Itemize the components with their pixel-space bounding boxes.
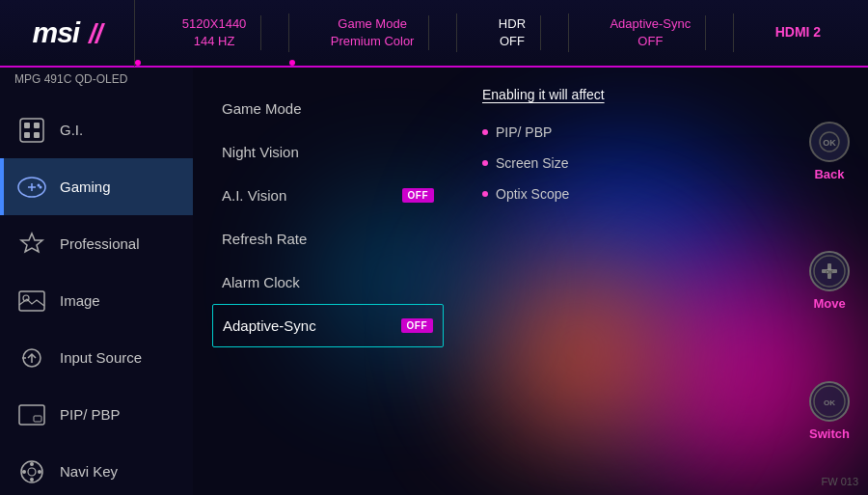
- sidebar-item-navi-key[interactable]: Navi Key: [0, 443, 193, 495]
- msi-logo-text: msi //: [32, 16, 101, 49]
- info-label-screen-size: Screen Size: [496, 155, 568, 171]
- svg-rect-1: [24, 123, 30, 128]
- switch-circle: OK: [809, 381, 850, 422]
- header-hdr: HDR OFF: [484, 15, 541, 50]
- menu-item-ai-vision[interactable]: A.I. Vision OFF: [212, 174, 444, 217]
- menu-item-refresh-rate[interactable]: Refresh Rate: [212, 217, 444, 261]
- info-title: Enabling it will affect: [482, 87, 772, 102]
- screen: msi // 5120X1440 144 HZ Game Mode Premiu…: [0, 0, 868, 495]
- header: msi // 5120X1440 144 HZ Game Mode Premiu…: [0, 0, 868, 68]
- right-controls: OK Back OK M: [791, 68, 868, 495]
- info-panel: Enabling it will affect PIP/ PBP Screen …: [463, 68, 791, 495]
- sidebar-label-pip-pbp: PIP/ PBP: [60, 406, 121, 423]
- header-sep-4: [733, 14, 734, 52]
- switch-label: Switch: [809, 426, 850, 441]
- sidebar-label-gaming: Gaming: [60, 179, 111, 195]
- sidebar-label-professional: Professional: [60, 235, 140, 252]
- monitor-label: MPG 491C QD-OLED: [14, 72, 127, 86]
- msi-wordmark: msi: [32, 16, 79, 48]
- game-mode-text: Game Mode Premium Color: [331, 15, 415, 50]
- info-label-pip-pbp: PIP/ PBP: [496, 124, 552, 140]
- info-item-optix-scope: Optix Scope: [482, 179, 772, 209]
- menu-label-ai-vision: A.I. Vision: [222, 187, 286, 204]
- svg-rect-0: [20, 119, 43, 142]
- accent-dot-2: [289, 60, 295, 66]
- move-button[interactable]: OK Move: [809, 251, 850, 311]
- gaming-icon: [14, 170, 48, 204]
- msi-logo: msi //: [0, 0, 135, 67]
- menu-item-alarm-clock[interactable]: Alarm Clock: [212, 261, 444, 304]
- header-resolution: 5120X1440 144 HZ: [168, 15, 262, 50]
- info-dot-3: [482, 191, 488, 197]
- input-source-icon: [14, 341, 48, 374]
- pip-pbp-icon: [14, 398, 48, 431]
- header-game-mode: Game Mode Premium Color: [316, 15, 430, 50]
- header-sep-3: [568, 14, 569, 52]
- adaptive-sync-text: Adaptive-Sync OFF: [610, 15, 691, 50]
- svg-rect-4: [34, 132, 40, 138]
- menu-label-alarm-clock: Alarm Clock: [222, 274, 300, 290]
- sidebar-label-input-source: Input Source: [60, 349, 142, 366]
- menu-item-adaptive-sync[interactable]: Adaptive-Sync OFF: [212, 304, 444, 347]
- svg-point-21: [30, 478, 34, 481]
- svg-point-22: [22, 470, 26, 474]
- menu-label-game-mode: Game Mode: [222, 100, 302, 117]
- svg-rect-11: [19, 291, 44, 311]
- header-hdmi: HDMI 2: [761, 23, 835, 42]
- sidebar-label-gi: G.I.: [60, 122, 83, 138]
- sidebar-item-gaming[interactable]: Gaming: [0, 158, 193, 215]
- header-sep-1: [288, 14, 289, 52]
- info-label-optix-scope: Optix Scope: [496, 186, 569, 202]
- adaptive-sync-off-badge: OFF: [401, 318, 434, 333]
- main-content: G.I. Gaming: [0, 68, 868, 495]
- msi-slash: //: [89, 18, 102, 48]
- accent-dot-1: [135, 60, 141, 66]
- info-dot-2: [482, 160, 488, 166]
- gi-icon: [14, 113, 48, 147]
- image-icon: [14, 284, 48, 317]
- menu-item-game-mode[interactable]: Game Mode: [212, 87, 444, 130]
- svg-point-19: [28, 468, 36, 476]
- back-button[interactable]: OK Back: [809, 122, 850, 181]
- menu-label-night-vision: Night Vision: [222, 144, 299, 160]
- info-item-pip-pbp: PIP/ PBP: [482, 117, 772, 148]
- move-label: Move: [813, 296, 845, 311]
- svg-marker-10: [21, 234, 42, 252]
- menu-label-adaptive-sync: Adaptive-Sync: [223, 317, 316, 334]
- svg-rect-2: [34, 123, 40, 128]
- resolution-text: 5120X1440 144 HZ: [182, 15, 247, 50]
- menu-panel: Game Mode Night Vision A.I. Vision OFF R…: [193, 68, 463, 495]
- header-sep-2: [456, 14, 457, 52]
- navi-key-icon: [14, 454, 48, 488]
- svg-point-9: [39, 185, 41, 188]
- info-item-screen-size: Screen Size: [482, 148, 772, 179]
- sidebar-item-pip-pbp[interactable]: PIP/ PBP: [0, 386, 193, 443]
- active-indicator: [0, 158, 4, 215]
- hdmi-text: HDMI 2: [775, 23, 821, 42]
- ai-vision-off-badge: OFF: [402, 188, 435, 203]
- menu-item-night-vision[interactable]: Night Vision: [212, 130, 444, 174]
- hdr-text: HDR OFF: [499, 15, 526, 50]
- sidebar-label-navi-key: Navi Key: [60, 463, 118, 480]
- sidebar-item-input-source[interactable]: Input Source: [0, 329, 193, 386]
- sidebar-item-gi[interactable]: G.I.: [0, 101, 193, 158]
- svg-point-23: [38, 470, 41, 474]
- header-adaptive-sync: Adaptive-Sync OFF: [595, 15, 706, 50]
- fw-label: FW 013: [821, 476, 858, 487]
- switch-button[interactable]: OK Switch: [809, 381, 850, 441]
- svg-text:OK: OK: [824, 399, 835, 407]
- svg-text:OK: OK: [823, 138, 836, 148]
- move-circle: OK: [809, 251, 850, 291]
- sidebar-label-image: Image: [60, 292, 100, 309]
- info-dot-1: [482, 129, 488, 135]
- back-circle: OK: [809, 122, 850, 162]
- sidebar: G.I. Gaming: [0, 68, 193, 495]
- menu-label-refresh-rate: Refresh Rate: [222, 231, 307, 247]
- svg-text:OK: OK: [826, 269, 833, 275]
- professional-icon: [14, 227, 48, 261]
- sidebar-item-professional[interactable]: Professional: [0, 215, 193, 272]
- sidebar-item-image[interactable]: Image: [0, 272, 193, 329]
- svg-rect-3: [24, 132, 30, 138]
- svg-rect-17: [34, 416, 41, 422]
- back-label: Back: [814, 167, 844, 181]
